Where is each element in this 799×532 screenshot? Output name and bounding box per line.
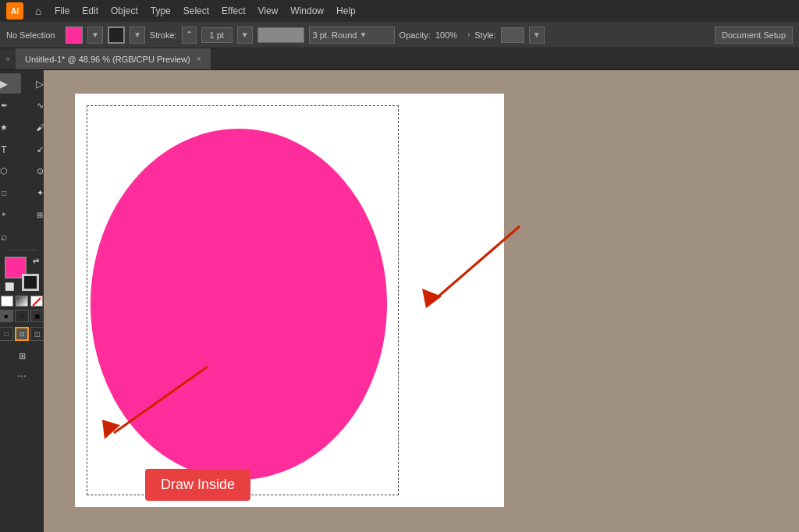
stroke-swatch[interactable]	[108, 27, 125, 44]
zoom-tool[interactable]: ⌕	[0, 226, 21, 246]
eraser-tool[interactable]: ⬡	[0, 161, 21, 181]
right-arrow-annotation	[379, 218, 551, 320]
fill-swatch[interactable]	[66, 27, 83, 44]
menu-object[interactable]: Object	[106, 4, 143, 18]
svg-line-0	[434, 226, 520, 300]
swap-fill-stroke-icon[interactable]: ⇄	[33, 257, 39, 265]
document-tab[interactable]: Untitled-1* @ 48.96 % (RGB/CPU Preview) …	[16, 48, 211, 69]
color-mode-row	[1, 296, 43, 307]
menu-view[interactable]: View	[254, 4, 283, 18]
stroke-preview	[257, 27, 304, 43]
default-colors-icon[interactable]: ⬜	[5, 282, 14, 291]
tab-title: Untitled-1* @ 48.96 % (RGB/CPU Preview)	[25, 55, 190, 64]
draw-behind-button[interactable]: ◫	[30, 327, 44, 341]
stroke-color-box[interactable]	[22, 274, 39, 291]
opacity-chevron[interactable]: ›	[467, 30, 470, 39]
stroke-dropdown[interactable]: ▼	[130, 27, 145, 44]
stroke-value-input[interactable]	[201, 27, 233, 43]
menu-effect[interactable]: Effect	[217, 4, 250, 18]
shape-builder-tool[interactable]: □	[0, 183, 21, 203]
tab-bar: « Untitled-1* @ 48.96 % (RGB/CPU Preview…	[0, 48, 799, 70]
canvas-area[interactable]: Draw Inside	[44, 70, 799, 532]
separator-1	[6, 250, 37, 250]
menu-file[interactable]: File	[50, 4, 74, 18]
pen-tool[interactable]: ✒	[0, 95, 21, 115]
menu-edit[interactable]: Edit	[77, 4, 103, 18]
screen-mode-2[interactable]: □	[15, 310, 29, 322]
star-tool[interactable]: ★	[0, 117, 21, 137]
stroke-unit-dropdown[interactable]: ▼	[237, 27, 253, 44]
stroke-type-dropdown[interactable]: 3 pt. Round ▼	[309, 27, 395, 44]
menu-bar: Ai ⌂ File Edit Object Type Select Effect…	[0, 0, 799, 22]
stroke-type-label: 3 pt. Round	[313, 30, 357, 40]
main-area: ▶ ▷ ✒ ∿ ★ 🖌 T ↙ ⬡ ⊙ □ ✦ ⌖ ⊞	[0, 70, 799, 532]
opacity-value: 100%	[435, 30, 463, 40]
stroke-up-down[interactable]: ⌃	[182, 27, 197, 44]
ai-logo: Ai	[6, 2, 23, 20]
options-bar: No Selection ▼ ▼ Stroke: ⌃ ▼ 3 pt. Round…	[0, 22, 799, 48]
left-arrow-annotation	[67, 359, 223, 460]
fill-stroke-area: ⇄ ⬜	[5, 257, 39, 291]
none-button[interactable]	[30, 296, 43, 307]
screen-mode-3[interactable]: ▣	[30, 310, 44, 322]
gradient-button[interactable]	[16, 296, 28, 307]
draw-inside-button[interactable]: ⊡	[15, 327, 29, 341]
draw-inside-label: Draw Inside	[145, 469, 250, 501]
home-button[interactable]: ⌂	[30, 2, 47, 20]
screen-mode-1[interactable]: ■	[0, 310, 13, 322]
draw-normal-button[interactable]: □	[0, 327, 13, 341]
menu-select[interactable]: Select	[179, 4, 214, 18]
blend-tool[interactable]: ⌖	[0, 204, 21, 225]
selection-tool[interactable]: ▶	[0, 73, 21, 94]
svg-line-2	[114, 367, 208, 433]
style-label: Style:	[474, 30, 496, 40]
stroke-label: Stroke:	[150, 30, 177, 40]
tab-close-button[interactable]: ×	[197, 55, 201, 63]
document-setup-button[interactable]: Document Setup	[715, 27, 793, 44]
layers-button[interactable]: ⊞	[5, 346, 39, 366]
menu-type[interactable]: Type	[146, 4, 176, 18]
type-tool[interactable]: T	[0, 139, 21, 159]
opacity-label: Opacity:	[400, 30, 431, 40]
fill-dropdown[interactable]: ▼	[87, 27, 103, 44]
tab-collapse-button[interactable]: «	[0, 48, 16, 69]
menu-window[interactable]: Window	[286, 4, 328, 18]
screen-modes: ■ □ ▣	[0, 310, 44, 322]
more-tools-button[interactable]: ···	[17, 369, 27, 381]
svg-marker-1	[422, 289, 442, 308]
selection-status: No Selection	[6, 30, 61, 40]
style-dropdown[interactable]: ▼	[529, 27, 545, 44]
left-toolbar: ▶ ▷ ✒ ∿ ★ 🖌 T ↙ ⬡ ⊙ □ ✦ ⌖ ⊞	[0, 70, 44, 532]
menu-help[interactable]: Help	[332, 4, 360, 18]
draw-modes: □ ⊡ ◫	[0, 327, 44, 341]
style-box[interactable]	[501, 27, 524, 43]
solid-color-button[interactable]	[1, 296, 13, 307]
